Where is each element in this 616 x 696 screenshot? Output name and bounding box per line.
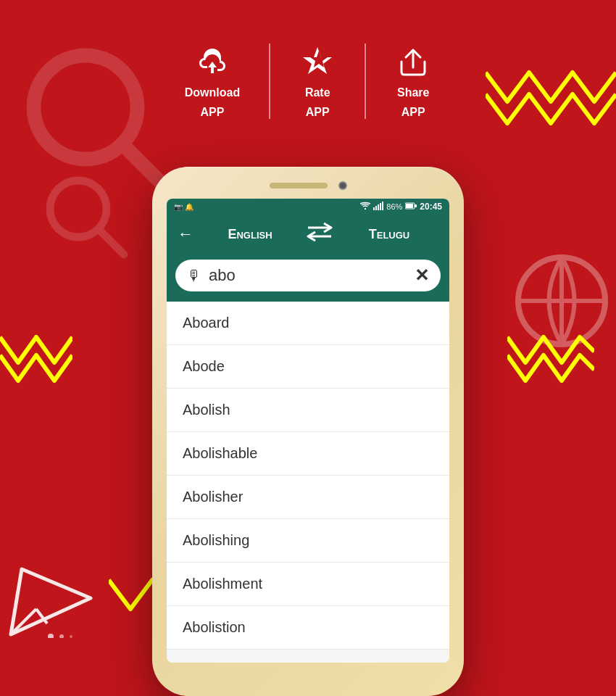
top-action-bar: Download APP Rate APP Share APP <box>0 44 616 119</box>
phone-speaker <box>270 183 328 188</box>
list-item[interactable]: Abolisher <box>167 476 449 519</box>
svg-point-12 <box>70 635 72 638</box>
svg-rect-18 <box>378 204 379 210</box>
signal-icon <box>373 202 383 212</box>
mic-icon[interactable]: 🎙 <box>187 268 201 284</box>
svg-rect-17 <box>375 206 377 210</box>
svg-rect-20 <box>382 202 383 210</box>
search-input[interactable]: abo <box>209 266 407 285</box>
svg-point-4 <box>518 257 605 344</box>
list-item[interactable]: Aboard <box>167 302 449 345</box>
list-item[interactable]: Abolishing <box>167 519 449 563</box>
phone-mockup: 📷 🔔 <box>152 167 464 696</box>
app-header: ← English Telugu <box>167 215 449 254</box>
word-list: Aboard Abode Abolish Abolishable Abolish… <box>167 302 449 663</box>
search-bar: 🎙 abo ✕ <box>167 254 449 302</box>
svg-rect-16 <box>373 207 375 210</box>
back-button[interactable]: ← <box>178 225 193 244</box>
download-action[interactable]: Download APP <box>156 44 270 119</box>
phone-top-bar <box>167 181 449 190</box>
rate-label2: APP <box>306 105 330 119</box>
cloud-download-icon <box>194 44 230 80</box>
wifi-icon <box>360 202 370 212</box>
status-right: 86% 20:45 <box>360 202 442 212</box>
swap-button[interactable] <box>307 222 333 246</box>
search-input-container[interactable]: 🎙 abo ✕ <box>175 260 441 291</box>
svg-marker-7 <box>11 569 91 634</box>
list-item[interactable]: Abolishable <box>167 432 449 476</box>
status-bar: 📷 🔔 <box>167 199 449 215</box>
list-item[interactable]: Abode <box>167 345 449 389</box>
svg-point-10 <box>48 634 54 638</box>
download-label2: APP <box>201 105 225 119</box>
svg-marker-13 <box>208 62 217 73</box>
svg-line-9 <box>36 609 47 624</box>
svg-rect-23 <box>415 204 417 207</box>
phone-body: 📷 🔔 <box>152 167 464 696</box>
list-item[interactable]: Abolish <box>167 389 449 432</box>
svg-point-2 <box>50 181 107 237</box>
share-action[interactable]: Share APP <box>366 44 460 119</box>
svg-rect-19 <box>380 203 381 210</box>
phone-camera <box>338 181 347 190</box>
svg-rect-22 <box>406 204 413 208</box>
battery-percent: 86% <box>386 202 402 211</box>
star-icon <box>299 44 336 80</box>
battery-icon <box>405 202 417 211</box>
rate-label: Rate <box>305 86 330 99</box>
target-language[interactable]: Telugu <box>340 227 438 242</box>
phone-screen: 📷 🔔 <box>167 199 449 663</box>
rate-action[interactable]: Rate APP <box>270 44 366 119</box>
share-label2: APP <box>401 105 425 119</box>
clear-button[interactable]: ✕ <box>415 265 429 286</box>
list-item[interactable]: Abolistion <box>167 606 449 650</box>
download-label: Download <box>185 86 240 99</box>
share-icon <box>395 44 431 80</box>
status-left: 📷 🔔 <box>174 203 193 211</box>
svg-point-11 <box>59 634 64 638</box>
share-label: Share <box>397 86 429 99</box>
list-item[interactable]: Abolishment <box>167 563 449 606</box>
source-language[interactable]: English <box>201 227 299 242</box>
status-time: 20:45 <box>420 202 442 212</box>
svg-line-8 <box>11 609 36 634</box>
svg-line-3 <box>99 230 124 254</box>
status-icons: 📷 🔔 <box>174 203 193 211</box>
